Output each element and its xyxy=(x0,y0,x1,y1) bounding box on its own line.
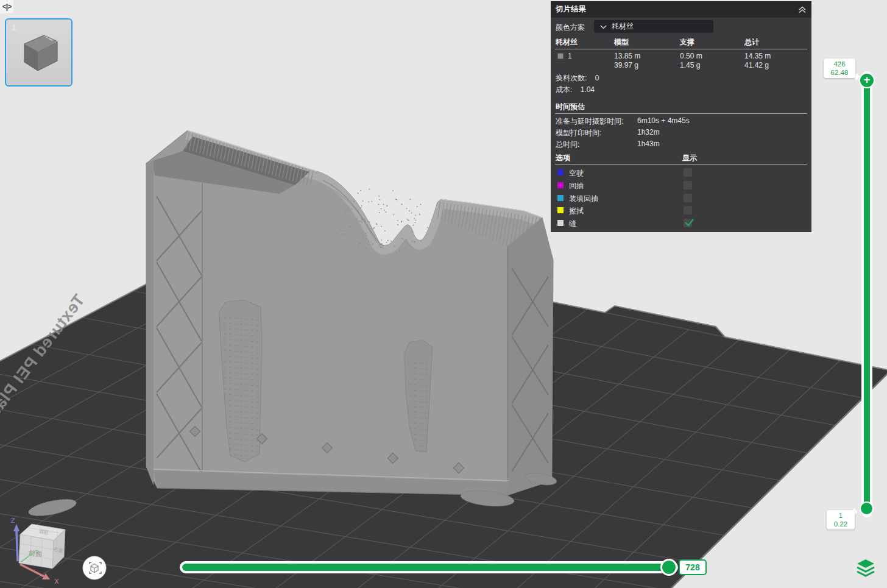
option-label: 空驶 xyxy=(569,168,584,179)
cost-label: 成本: xyxy=(556,85,572,94)
total-time-label: 总时间: xyxy=(556,140,579,149)
filament-changes-value: 0 xyxy=(595,74,599,82)
model-right-face xyxy=(507,218,553,495)
table-header-support: 支撑 xyxy=(680,37,694,48)
panel-toggle-button[interactable]: <|> xyxy=(0,0,13,13)
plate-thumbnail[interactable]: 1 xyxy=(5,18,72,87)
support-weight: 1.45 g xyxy=(680,61,700,69)
layer-bottom-number: 1 xyxy=(829,511,852,520)
option-row-travel: 空驶 xyxy=(551,168,811,178)
table-header-filament: 耗材丝 xyxy=(556,37,578,48)
z-axis-label: Z xyxy=(11,517,15,524)
seam-color-swatch xyxy=(557,220,564,226)
option-row-unretract: 装填回抽 xyxy=(551,194,811,204)
total-time-value: 1h43m xyxy=(637,140,660,148)
prep-time-label: 准备与延时摄影时间: xyxy=(556,117,623,126)
plate-thumbnail-number: 1 xyxy=(12,23,16,32)
retract-color-swatch xyxy=(557,182,564,188)
filament-changes-label: 换料次数: xyxy=(556,74,587,82)
option-label: 回抽 xyxy=(569,181,584,191)
collapse-panel-icon[interactable] xyxy=(797,4,808,15)
color-scheme-dropdown[interactable]: 耗材丝 xyxy=(594,20,713,33)
layer-bottom-tooltip: 1 0.22 xyxy=(827,510,855,530)
panel-title: 切片结果 xyxy=(556,4,586,15)
total-weight: 41.42 g xyxy=(744,61,769,69)
model-time-value: 1h32m xyxy=(637,128,660,136)
time-row: 准备与延时摄影时间: 6m10s + 4m45s xyxy=(556,116,816,127)
unretract-color-swatch xyxy=(557,195,564,201)
wipe-checkbox[interactable] xyxy=(684,206,692,214)
option-row-retract: 回抽 xyxy=(551,181,811,191)
layer-slider-bottom-handle[interactable] xyxy=(860,501,874,515)
retract-checkbox[interactable] xyxy=(684,181,692,190)
layer-top-tooltip: 426 62.48 xyxy=(824,58,855,78)
layer-top-number: 426 xyxy=(826,60,853,68)
support-length: 0.50 m xyxy=(680,52,702,60)
layers-stack-icon[interactable] xyxy=(856,558,875,578)
cost-value: 1.04 xyxy=(581,85,595,94)
step-slider-fill xyxy=(182,564,666,571)
time-row: 总时间: 1h43m xyxy=(556,140,816,150)
fit-view-button[interactable] xyxy=(83,556,106,579)
model-length: 13.85 m xyxy=(614,52,640,60)
model-left-face xyxy=(146,160,154,486)
travel-checkbox[interactable] xyxy=(684,168,692,177)
table-header-model: 模型 xyxy=(614,37,629,48)
chevron-down-icon xyxy=(600,24,607,29)
option-row-seam: 缝 xyxy=(551,219,811,228)
viewport[interactable]: Textured PEI Plate xyxy=(0,0,887,588)
option-row-wipe: 擦拭 xyxy=(551,206,811,216)
model-weight: 39.97 g xyxy=(614,61,638,69)
option-label: 装填回抽 xyxy=(569,194,598,204)
filament-id: 1 xyxy=(568,52,572,60)
travel-color-swatch xyxy=(557,169,564,175)
color-scheme-value: 耗材丝 xyxy=(612,21,634,32)
z-axis xyxy=(16,530,18,561)
layer-slider-track[interactable] xyxy=(861,71,872,517)
option-label: 缝 xyxy=(569,219,576,229)
table-header-total: 总计 xyxy=(744,37,759,48)
filament-swatch xyxy=(557,53,564,59)
layer-bottom-height: 0.22 xyxy=(829,520,852,528)
wipe-color-swatch xyxy=(557,207,564,213)
time-row: 模型打印时间: 1h32m xyxy=(556,128,816,138)
option-label: 擦拭 xyxy=(569,206,584,216)
layer-slider-fill xyxy=(864,77,870,512)
time-section-title: 时间预估 xyxy=(556,102,816,112)
total-length: 14.35 m xyxy=(744,52,771,60)
layer-slider-top-handle[interactable]: + xyxy=(859,73,875,88)
slice-result-panel: 切片结果 颜色方案 耗材丝 耗材丝 模型 支撑 总计 1 13.85 m 0.5… xyxy=(551,1,811,232)
unretract-checkbox[interactable] xyxy=(684,194,692,202)
model-time-label: 模型打印时间: xyxy=(556,129,601,137)
step-slider-handle[interactable] xyxy=(660,559,677,576)
prep-time-value: 6m10s + 4m45s xyxy=(637,116,690,125)
options-title: 选项 xyxy=(556,153,570,163)
seam-checkbox[interactable] xyxy=(684,219,692,227)
x-axis-label: X xyxy=(54,578,59,585)
show-title: 显示 xyxy=(682,153,697,163)
step-slider-tooltip: 728 xyxy=(679,559,707,575)
step-slider-track[interactable] xyxy=(180,561,678,573)
nav-cube-front-label: 前面 xyxy=(28,549,43,558)
layer-top-height: 62.48 xyxy=(826,68,853,77)
panel-header: 切片结果 xyxy=(551,1,811,18)
